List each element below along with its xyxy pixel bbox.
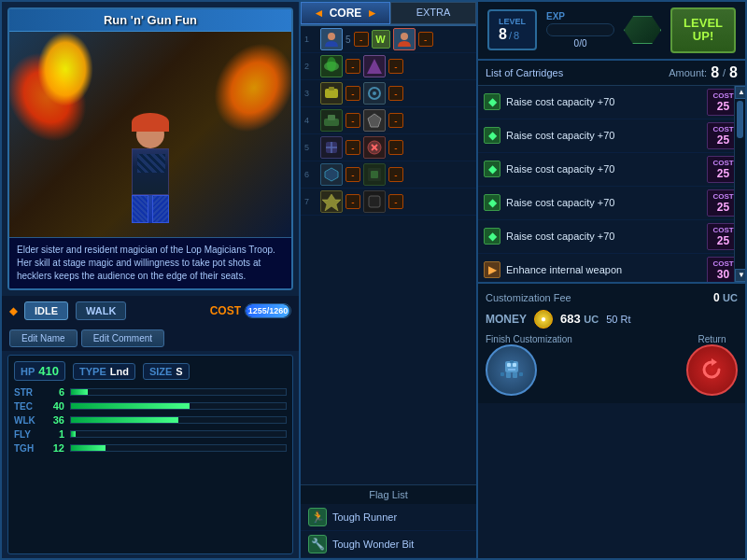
cost-numbers: 1255/1260	[248, 306, 289, 315]
idle-button[interactable]: IDLE	[24, 301, 68, 320]
cartridge-icon-1: ◆	[484, 93, 500, 110]
slot-icon-portrait[interactable]	[320, 28, 343, 50]
remove-slot-4a[interactable]: -	[345, 113, 360, 128]
tec-bar	[71, 403, 190, 409]
edit-comment-button[interactable]: Edit Comment	[81, 329, 164, 347]
char-torso	[132, 148, 169, 195]
remove-slot-6b[interactable]: -	[388, 167, 403, 182]
flag-item-1: 🏃 Tough Runner	[301, 504, 476, 531]
slot-icon-7b[interactable]	[363, 190, 386, 213]
cartridge-item-4[interactable]: ◆ Raise cost capacity +70 COST 25	[478, 187, 745, 220]
character-image	[9, 32, 291, 237]
slot-icon-2b[interactable]	[363, 55, 386, 77]
type-value: Lnd	[110, 366, 129, 377]
core-tab[interactable]: CORE	[301, 2, 390, 24]
slot-icon-w[interactable]: W	[372, 30, 390, 49]
wlk-bar-container	[70, 416, 287, 424]
remove-slot-5b[interactable]: -	[388, 140, 403, 155]
wlk-bar	[71, 417, 178, 423]
slot-icon-3b[interactable]	[363, 82, 386, 105]
fee-row: Customization Fee 0 UC	[486, 291, 738, 304]
svg-rect-6	[329, 87, 334, 91]
str-bar-container	[70, 388, 287, 396]
flag-name-1: Tough Runner	[332, 511, 397, 523]
flag-icon-2: 🔧	[308, 535, 327, 553]
svg-rect-21	[369, 196, 380, 207]
remove-slot-6a[interactable]: -	[345, 167, 360, 182]
scroll-thumb[interactable]	[737, 101, 743, 138]
remove-slot-2a[interactable]: -	[345, 59, 360, 74]
scroll-down-button[interactable]: ▼	[735, 269, 745, 282]
tgh-bar-container	[70, 444, 287, 452]
slot-icon-4b[interactable]	[363, 109, 386, 132]
exp-bar	[546, 23, 614, 36]
character-sprite	[122, 120, 178, 232]
walk-button[interactable]: WALK	[76, 301, 126, 320]
character-name: Run 'n' Gun Fun	[9, 9, 291, 32]
cartridge-item-1[interactable]: ◆ Raise cost capacity +70 COST 25	[478, 86, 745, 119]
slot-icon-2a[interactable]	[320, 55, 343, 77]
fee-value: 0 UC	[713, 291, 738, 304]
remove-slot-1[interactable]: -	[354, 32, 369, 47]
slot-row-3: 3 - -	[301, 80, 476, 107]
cartridge-item-2[interactable]: ◆ Raise cost capacity +70 COST 25	[478, 119, 745, 153]
character-card: Run 'n' Gun Fun	[7, 7, 293, 290]
slot-icon-6a[interactable]	[320, 163, 343, 186]
scroll-up-button[interactable]: ▲	[735, 86, 745, 99]
slot-row-6: 6 - -	[301, 161, 476, 189]
remove-slot-7a[interactable]: -	[345, 194, 360, 209]
amount-current: 8	[711, 64, 719, 81]
slot-icon-3a[interactable]	[320, 82, 343, 105]
anim-diamond: ◆	[9, 305, 17, 317]
cost-display: COST 1255/1260	[210, 303, 291, 318]
remove-slot-3a[interactable]: -	[345, 86, 360, 101]
slot-icon-5b[interactable]	[363, 136, 386, 159]
extra-tab[interactable]: EXTRA	[390, 2, 476, 24]
robot-icon	[498, 356, 526, 384]
cartridge-icon-5: ◆	[484, 228, 500, 245]
remove-slot-7b[interactable]: -	[388, 194, 403, 209]
cartridge-item-5[interactable]: ◆ Raise cost capacity +70 COST 25	[478, 220, 745, 254]
tgh-bar	[71, 445, 106, 451]
cartridge-title: List of Cartridges	[486, 67, 563, 78]
slot-icon-6b[interactable]	[363, 163, 386, 186]
slot-icon-7a[interactable]	[320, 190, 343, 213]
slot-icon-4a[interactable]	[320, 109, 343, 132]
remove-slot-5a[interactable]: -	[345, 140, 360, 155]
character-description: Elder sister and resident magician of th…	[9, 237, 291, 288]
remove-slot-1b[interactable]: -	[418, 32, 433, 47]
hp-box: HP 410	[14, 361, 65, 381]
main-container: Run 'n' Gun Fun	[0, 0, 747, 560]
remove-slot-3b[interactable]: -	[388, 86, 403, 101]
svg-rect-27	[513, 372, 517, 378]
customize-button[interactable]	[486, 344, 537, 396]
svg-rect-24	[513, 363, 516, 367]
svg-marker-20	[322, 194, 341, 211]
edit-name-button[interactable]: Edit Name	[9, 329, 78, 347]
slot-icon-5a[interactable]	[320, 136, 343, 159]
exp-section: EXP 0/0	[546, 11, 614, 49]
cartridge-item-3[interactable]: ◆ Raise cost capacity +70 COST 25	[478, 153, 745, 187]
cartridge-item-6[interactable]: ▶ Enhance internal weapon COST 30	[478, 254, 745, 282]
return-button[interactable]	[686, 344, 738, 396]
cartridge-scrollbar: ▲ ▼	[734, 86, 745, 282]
char-leg-left	[132, 195, 148, 223]
level-up-button[interactable]: LEVEL UP!	[670, 7, 736, 53]
fly-bar-container	[70, 430, 287, 438]
char-head	[136, 120, 164, 148]
stats-top: HP 410 TYPE Lnd SIZE S	[14, 361, 287, 381]
bottom-section: Customization Fee 0 UC MONEY ● 683 UC 50…	[478, 282, 745, 403]
exp-value: 0/0	[546, 38, 614, 49]
money-rt: 50 Rt	[606, 314, 630, 325]
slot-row-2: 2 - -	[301, 53, 476, 80]
flag-item-2: 🔧 Tough Wonder Bit	[301, 531, 476, 558]
cartridge-header: List of Cartridges Amount: 8 / 8	[478, 61, 745, 86]
slot-icon-char[interactable]	[393, 28, 416, 50]
stat-row-tgh: TGH 12	[14, 442, 287, 454]
level-separator: /	[509, 30, 512, 41]
remove-slot-2b[interactable]: -	[388, 59, 403, 74]
flame-yellow	[37, 32, 93, 106]
coin-icon: ●	[534, 310, 553, 329]
remove-slot-4b[interactable]: -	[388, 113, 403, 128]
svg-point-3	[327, 57, 336, 72]
